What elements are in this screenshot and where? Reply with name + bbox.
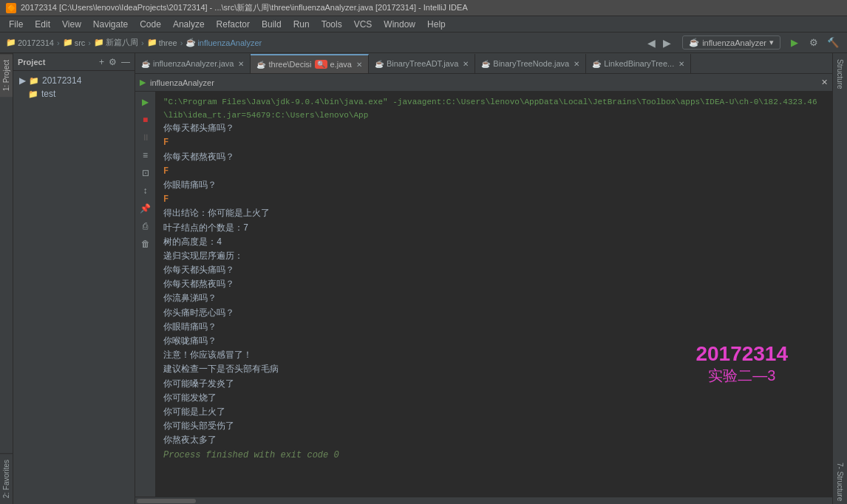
- tab-close-5[interactable]: ✕: [678, 60, 684, 68]
- console-output[interactable]: "C:\Program Files\Java\jdk-9.0.4\bin\jav…: [156, 92, 832, 497]
- test-folder-icon: 📁: [28, 89, 38, 99]
- console-line: Process finished with exit code 0: [163, 449, 825, 463]
- project-folder-icon: 📁: [6, 38, 16, 47]
- menu-refactor[interactable]: Refactor: [211, 18, 256, 31]
- console-line: 你眼睛痛吗？: [163, 179, 825, 193]
- panel-header: Project + ⚙ —: [13, 53, 135, 71]
- menu-run[interactable]: Run: [288, 18, 316, 31]
- sep3: ›: [141, 38, 144, 47]
- tab-label-prefix-2: three\Decisi: [268, 60, 311, 69]
- sep2: ›: [88, 38, 91, 47]
- tab-binary-tree-node[interactable]: ☕ BinaryTreeNode.java ✕: [475, 54, 586, 73]
- menu-view[interactable]: View: [56, 18, 87, 31]
- tab-linked-binary-tree[interactable]: ☕ LinkedBinaryTree... ✕: [586, 54, 691, 73]
- console-line: 你每天都熬夜吗？: [163, 278, 825, 292]
- menu-build[interactable]: Build: [256, 18, 288, 31]
- tab-close-1[interactable]: ✕: [238, 60, 244, 68]
- settings-button[interactable]: ⚙: [806, 35, 822, 51]
- tool-tab-structure[interactable]: Structure: [834, 56, 846, 92]
- ctrl-delete[interactable]: 🗑: [138, 236, 153, 251]
- menu-tools[interactable]: Tools: [316, 18, 348, 31]
- root-folder-icon: 📁: [29, 76, 39, 86]
- menu-analyze[interactable]: Analyze: [167, 18, 211, 31]
- tab-influenza-analyzer[interactable]: ☕ influenzaAnalyzer.java ✕: [135, 54, 251, 73]
- scrollbar-thumb[interactable]: [137, 499, 196, 503]
- project-selector-label: influenzaAnalyzer: [702, 38, 766, 47]
- ctrl-print[interactable]: ⎙: [138, 219, 153, 234]
- console-line: 你可能发烧了: [163, 392, 825, 406]
- console-line: 你眼睛痛吗？: [163, 321, 825, 335]
- menu-help[interactable]: Help: [421, 18, 452, 31]
- run-panel-close[interactable]: ✕: [821, 78, 828, 87]
- main-layout: 1: Project 2: Favorites Project + ⚙ — ▶ …: [0, 53, 847, 504]
- java-icon-3: ☕: [375, 60, 384, 68]
- run-button[interactable]: ▶: [786, 35, 803, 51]
- menu-code[interactable]: Code: [134, 18, 167, 31]
- project-selector-arrow: ▾: [769, 38, 774, 47]
- ctrl-screenshot[interactable]: ⊡: [138, 166, 153, 180]
- breadcrumb-bar: 📁 20172314 › 📁 src › 📁 新篇八周 › 📁 three › …: [0, 33, 847, 53]
- panel-hide-icon[interactable]: —: [121, 57, 130, 67]
- console-line: 注意！你应该感冒了！: [163, 349, 825, 363]
- panel-settings-icon[interactable]: ⚙: [109, 57, 117, 67]
- java-icon-2: ☕: [256, 61, 265, 69]
- menu-window[interactable]: Window: [378, 18, 421, 31]
- run-label: influenzaAnalyzer: [150, 78, 214, 87]
- tab-label-3: BinaryTreeADT.java: [387, 59, 458, 68]
- console-line: 递归实现层序遍历：: [163, 250, 825, 264]
- tab-three-decision[interactable]: ☕ three\Decisi 🔍 e.java ✕: [251, 54, 368, 73]
- menu-bar: File Edit View Navigate Code Analyze Ref…: [0, 16, 847, 33]
- week-icon: 📁: [94, 38, 104, 47]
- menu-vcs[interactable]: VCS: [348, 18, 378, 31]
- project-selector[interactable]: ☕ influenzaAnalyzer ▾: [682, 35, 780, 50]
- three-icon: 📁: [147, 38, 157, 47]
- menu-edit[interactable]: Edit: [29, 18, 56, 31]
- ctrl-scroll-down[interactable]: ↕: [138, 183, 153, 198]
- console-line: 你头痛时恶心吗？: [163, 307, 825, 321]
- java-icon-1: ☕: [141, 60, 150, 68]
- console-line: 建议检查一下是否头部有毛病: [163, 363, 825, 377]
- scrollbar-x[interactable]: [135, 497, 832, 504]
- ctrl-run[interactable]: ▶: [138, 95, 153, 109]
- tab-close-2[interactable]: ✕: [356, 61, 362, 69]
- nav-forward[interactable]: ▶: [661, 37, 673, 49]
- tool-tab-project[interactable]: 1: Project: [0, 53, 13, 97]
- menu-navigate[interactable]: Navigate: [87, 18, 134, 31]
- tree-root[interactable]: ▶ 📁 20172314: [13, 74, 135, 87]
- tree-root-label: 20172314: [42, 75, 81, 86]
- nav-back[interactable]: ◀: [645, 37, 658, 49]
- java-icon-4: ☕: [481, 60, 490, 68]
- breadcrumb-week[interactable]: 新篇八周: [106, 37, 138, 48]
- run-controls: ▶ ■ ⏸ ≡ ⊡ ↕ 📌 ⎙ 🗑: [135, 92, 156, 497]
- ctrl-pin[interactable]: 📌: [138, 201, 153, 216]
- breadcrumb-project[interactable]: 20172314: [18, 38, 54, 47]
- sep1: ›: [57, 38, 60, 47]
- tool-tab-favorites[interactable]: 2: Favorites: [0, 453, 13, 504]
- java-icon-5: ☕: [592, 60, 601, 68]
- breadcrumb-file[interactable]: influenzaAnalyzer: [197, 38, 262, 47]
- ctrl-stop[interactable]: ■: [138, 112, 153, 127]
- breadcrumb-src[interactable]: src: [75, 38, 86, 47]
- sep4: ›: [180, 38, 183, 47]
- console-line: 你每天都熬夜吗？: [163, 151, 825, 165]
- tab-close-4[interactable]: ✕: [574, 60, 579, 68]
- tab-binary-tree-adt[interactable]: ☕ BinaryTreeADT.java ✕: [369, 54, 475, 73]
- panel-add-icon[interactable]: +: [99, 57, 104, 67]
- tree-test-label: test: [41, 89, 55, 99]
- tool-tab-7-structure[interactable]: 7- Structure: [834, 460, 846, 504]
- tree-test[interactable]: 📁 test: [13, 87, 135, 101]
- build-button[interactable]: 🔨: [825, 35, 841, 51]
- console-line: 你可能是上火了: [163, 406, 825, 420]
- search-active-icon: 🔍: [315, 60, 327, 69]
- project-tree: ▶ 📁 20172314 📁 test: [13, 71, 135, 504]
- console-line: 你可能头部受伤了: [163, 420, 825, 434]
- console-line: 你可能嗓子发炎了: [163, 378, 825, 392]
- tab-close-3[interactable]: ✕: [463, 60, 469, 68]
- console-line: F: [163, 165, 825, 179]
- breadcrumb-three[interactable]: three: [159, 38, 177, 47]
- menu-file[interactable]: File: [3, 18, 29, 31]
- root-arrow: ▶: [19, 75, 26, 86]
- panel-title: Project: [18, 58, 45, 67]
- src-icon: 📁: [63, 38, 73, 47]
- ctrl-step[interactable]: ≡: [138, 148, 153, 163]
